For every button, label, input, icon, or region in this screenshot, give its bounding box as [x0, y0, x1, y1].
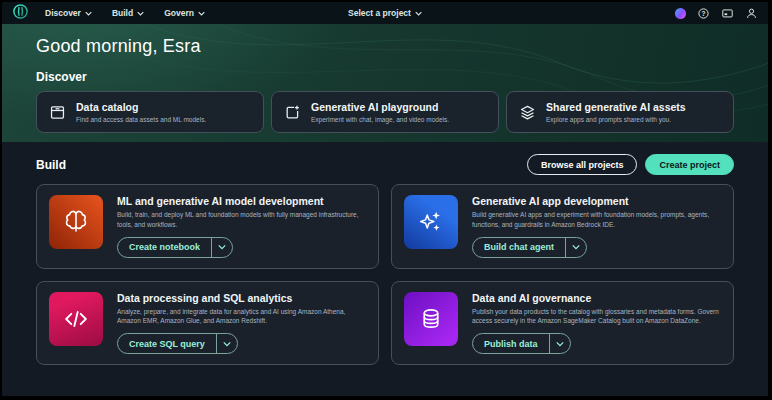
brain-icon [49, 195, 103, 249]
card-content: ML and generative AI model development B… [117, 195, 366, 258]
card-title: Data and AI governance [472, 292, 721, 304]
card-description: Publish your data products to the catalo… [472, 307, 721, 327]
nav-item-build[interactable]: Build [112, 8, 144, 18]
build-header: Build Browse all projects Create project [36, 154, 734, 175]
card-description: Find and access data assets and ML model… [76, 116, 206, 123]
code-icon [49, 292, 103, 346]
card-title: Data processing and SQL analytics [117, 292, 366, 304]
build-chat-agent-button[interactable]: Build chat agent [472, 237, 587, 258]
card-description: Build generative AI apps and experiment … [472, 210, 721, 230]
nav-item-label: Discover [45, 8, 81, 18]
card-text: Data catalog Find and access data assets… [76, 101, 206, 123]
create-notebook-button[interactable]: Create notebook [117, 237, 233, 258]
app-logo[interactable] [12, 3, 29, 24]
card-title: Generative AI playground [311, 101, 449, 114]
card-content: Generative AI app development Build gene… [472, 195, 721, 258]
nav-utilities: ? [675, 7, 758, 20]
browse-all-projects-button[interactable]: Browse all projects [527, 154, 638, 175]
create-sql-query-button[interactable]: Create SQL query [117, 333, 238, 354]
playground-icon [284, 104, 301, 121]
card-shared-genai-assets[interactable]: Shared generative AI assets Explore apps… [506, 91, 734, 133]
build-section: Build Browse all projects Create project… [2, 142, 768, 365]
card-title: Generative AI app development [472, 195, 721, 207]
card-data-catalog[interactable]: Data catalog Find and access data assets… [36, 91, 264, 133]
card-title: Shared generative AI assets [546, 101, 686, 114]
discover-cards: Data catalog Find and access data assets… [36, 91, 734, 133]
card-description: Experiment with chat, image, and video m… [311, 116, 449, 123]
nav-item-discover[interactable]: Discover [45, 8, 92, 18]
app-window: Discover Build Govern Select a project ? [0, 0, 772, 400]
build-actions: Browse all projects Create project [527, 154, 734, 175]
project-selector[interactable]: Select a project [348, 2, 422, 24]
card-data-ai-governance[interactable]: Data and AI governance Publish your data… [391, 281, 734, 366]
card-title: Data catalog [76, 101, 206, 114]
chevron-down-icon [85, 11, 92, 16]
build-section-heading: Build [36, 158, 66, 172]
page-greeting: Good morning, Esra [36, 36, 734, 57]
button-label: Create notebook [118, 238, 211, 257]
button-label: Publish data [473, 334, 549, 353]
chevron-down-icon [137, 11, 144, 16]
help-icon[interactable]: ? [697, 7, 710, 20]
card-data-processing-sql[interactable]: Data processing and SQL analytics Analyz… [36, 281, 379, 366]
user-profile-icon[interactable] [745, 7, 758, 20]
discover-section-heading: Discover [36, 70, 734, 84]
sagemaker-logo-icon [12, 3, 29, 24]
feedback-icon[interactable] [721, 7, 734, 20]
chevron-down-icon [415, 11, 422, 16]
card-description: Build, train, and deploy ML and foundati… [117, 210, 366, 230]
nav-item-label: Build [112, 8, 133, 18]
layers-icon [519, 104, 536, 121]
card-title: ML and generative AI model development [117, 195, 366, 207]
sparkles-icon [404, 195, 458, 249]
card-content: Data processing and SQL analytics Analyz… [117, 292, 366, 355]
card-description: Analyze, prepare, and integrate data for… [117, 307, 366, 327]
card-text: Shared generative AI assets Explore apps… [546, 101, 686, 123]
chevron-down-icon[interactable] [216, 334, 237, 353]
svg-text:?: ? [702, 9, 706, 16]
button-label: Create SQL query [118, 334, 216, 353]
card-genai-playground[interactable]: Generative AI playground Experiment with… [271, 91, 499, 133]
create-project-button[interactable]: Create project [645, 154, 734, 175]
top-navigation: Discover Build Govern Select a project ? [2, 2, 768, 24]
hero-banner: Good morning, Esra Discover Data catalog… [2, 24, 768, 142]
chevron-down-icon[interactable] [211, 238, 232, 257]
build-cards: ML and generative AI model development B… [36, 184, 734, 365]
chevron-down-icon[interactable] [549, 334, 570, 353]
nav-item-govern[interactable]: Govern [164, 8, 205, 18]
nav-menu: Discover Build Govern [45, 8, 205, 18]
nav-item-label: Govern [164, 8, 194, 18]
card-content: Data and AI governance Publish your data… [472, 292, 721, 355]
card-description: Explore apps and prompts shared with you… [546, 116, 686, 123]
card-text: Generative AI playground Experiment with… [311, 101, 449, 123]
database-icon [404, 292, 458, 346]
button-label: Build chat agent [473, 238, 565, 257]
project-selector-label: Select a project [348, 8, 411, 18]
chevron-down-icon [198, 11, 205, 16]
card-ml-model-development[interactable]: ML and generative AI model development B… [36, 184, 379, 269]
chevron-down-icon[interactable] [565, 238, 586, 257]
card-genai-app-development[interactable]: Generative AI app development Build gene… [391, 184, 734, 269]
publish-data-button[interactable]: Publish data [472, 333, 571, 354]
catalog-icon [49, 104, 66, 121]
amazon-q-icon[interactable] [675, 8, 686, 19]
